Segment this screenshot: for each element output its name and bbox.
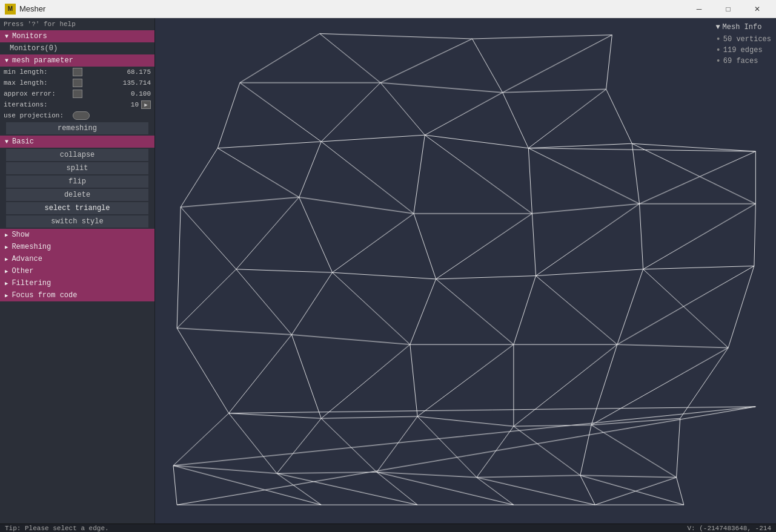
min-length-label: min length: — [4, 68, 70, 76]
monitors-sub-item: Monitors(0) — [0, 42, 154, 54]
advance-label: Advance — [12, 255, 42, 263]
remeshing-arrow-icon: ▶ — [5, 244, 8, 251]
app-icon: M — [5, 4, 16, 15]
vertices-bullet-icon: • — [715, 34, 720, 44]
edges-info-row: • 119 edges — [715, 45, 771, 56]
iterations-row: iterations: 10 ▶ — [0, 99, 154, 110]
approx-error-value: 0.100 — [85, 90, 151, 97]
approx-error-label: approx error: — [4, 90, 70, 97]
max-length-value: 135.714 — [85, 79, 151, 87]
mesh-param-label: mesh parameter — [12, 56, 73, 65]
faces-info: 69 faces — [723, 57, 758, 65]
filtering-arrow-icon: ▶ — [5, 280, 8, 287]
iterations-stepper[interactable]: ▶ — [141, 100, 151, 109]
monitors-label: Monitors — [12, 32, 47, 41]
close-button[interactable]: ✕ — [743, 0, 771, 18]
mesh-param-section-header[interactable]: ▼ mesh parameter — [0, 54, 154, 67]
mesh-info-panel: ▼ Mesh Info • 50 vertices • 119 edges • … — [715, 23, 771, 67]
maximize-button[interactable]: □ — [714, 0, 742, 18]
max-length-row: max length: 135.714 — [0, 77, 154, 88]
basic-arrow-icon: ▼ — [5, 139, 8, 145]
mesh-canvas[interactable] — [155, 18, 776, 524]
help-hint: Press '?' for help — [0, 18, 154, 30]
faces-info-row: • 69 faces — [715, 56, 771, 67]
show-menu-item[interactable]: ▶ Show — [0, 229, 154, 241]
faces-bullet-icon: • — [715, 56, 720, 66]
basic-content: collapse split flip delete select triang… — [0, 148, 154, 229]
sidebar: Press '?' for help ▼ Monitors Monitors(0… — [0, 18, 155, 524]
advance-arrow-icon: ▶ — [5, 256, 8, 263]
vertices-info: 50 vertices — [723, 35, 771, 44]
min-length-row: min length: 68.175 — [0, 67, 154, 77]
basic-label: Basic — [12, 137, 34, 146]
show-arrow-icon: ▶ — [5, 232, 8, 238]
advance-menu-item[interactable]: ▶ Advance — [0, 253, 154, 265]
collapse-button[interactable]: collapse — [6, 149, 148, 161]
vertices-info-row: • 50 vertices — [715, 34, 771, 45]
approx-error-checkbox[interactable] — [73, 90, 82, 98]
focus-from-code-arrow-icon: ▶ — [5, 292, 8, 299]
show-label: Show — [12, 231, 29, 239]
use-projection-row: use projection: — [0, 110, 154, 121]
iterations-value: 10 — [73, 101, 139, 108]
approx-error-row: approx error: 0.100 — [0, 88, 154, 99]
statusbar: Tip: Please select a edge. V: (-21474836… — [0, 524, 776, 532]
select-triangle-button[interactable]: select triangle — [6, 202, 148, 214]
other-label: Other — [12, 267, 33, 275]
mesh-canvas-area[interactable]: ▼ Mesh Info • 50 vertices • 119 edges • … — [155, 18, 776, 524]
use-projection-label: use projection: — [4, 112, 70, 119]
monitors-arrow-icon: ▼ — [5, 33, 8, 40]
focus-from-code-menu-item[interactable]: ▶ Focus from code — [0, 289, 154, 301]
window-controls: ─ □ ✕ — [685, 0, 771, 18]
filtering-menu-item[interactable]: ▶ Filtering — [0, 277, 154, 289]
edges-info: 119 edges — [723, 46, 763, 54]
coords-text: V: (-2147483648, -214 — [687, 525, 771, 532]
remeshing-menu-item[interactable]: ▶ Remeshing — [0, 241, 154, 253]
mesh-info-arrow-icon: ▼ — [715, 23, 720, 31]
min-length-checkbox[interactable] — [73, 68, 82, 76]
main-content: Press '?' for help ▼ Monitors Monitors(0… — [0, 18, 776, 524]
mesh-param-arrow-icon: ▼ — [5, 57, 8, 64]
minimize-button[interactable]: ─ — [685, 0, 713, 18]
min-length-value: 68.175 — [85, 68, 151, 76]
basic-section-header[interactable]: ▼ Basic — [0, 136, 154, 148]
max-length-checkbox[interactable] — [73, 79, 82, 87]
mesh-info-header: ▼ Mesh Info — [715, 23, 771, 31]
mesh-info-title: Mesh Info — [723, 23, 762, 31]
app-title: Mesher — [19, 4, 685, 13]
max-length-label: max length: — [4, 79, 70, 87]
remeshing-menu-label: Remeshing — [12, 243, 51, 251]
split-button[interactable]: split — [6, 162, 148, 174]
other-arrow-icon: ▶ — [5, 268, 8, 275]
focus-from-code-label: Focus from code — [12, 291, 77, 300]
filtering-label: Filtering — [12, 279, 51, 287]
monitors-content: Monitors(0) — [0, 42, 154, 54]
monitors-section-header[interactable]: ▼ Monitors — [0, 30, 154, 42]
use-projection-toggle[interactable] — [73, 111, 90, 120]
titlebar: M Mesher ─ □ ✕ — [0, 0, 776, 18]
remeshing-button[interactable]: remeshing — [6, 122, 148, 134]
delete-button[interactable]: delete — [6, 189, 148, 201]
flip-button[interactable]: flip — [6, 176, 148, 188]
other-menu-item[interactable]: ▶ Other — [0, 265, 154, 277]
edges-bullet-icon: • — [715, 45, 720, 55]
mesh-param-content: min length: 68.175 max length: 135.714 a… — [0, 67, 154, 136]
switch-style-button[interactable]: switch style — [6, 215, 148, 228]
iterations-label: iterations: — [4, 101, 70, 108]
tip-text: Tip: Please select a edge. — [5, 525, 109, 532]
